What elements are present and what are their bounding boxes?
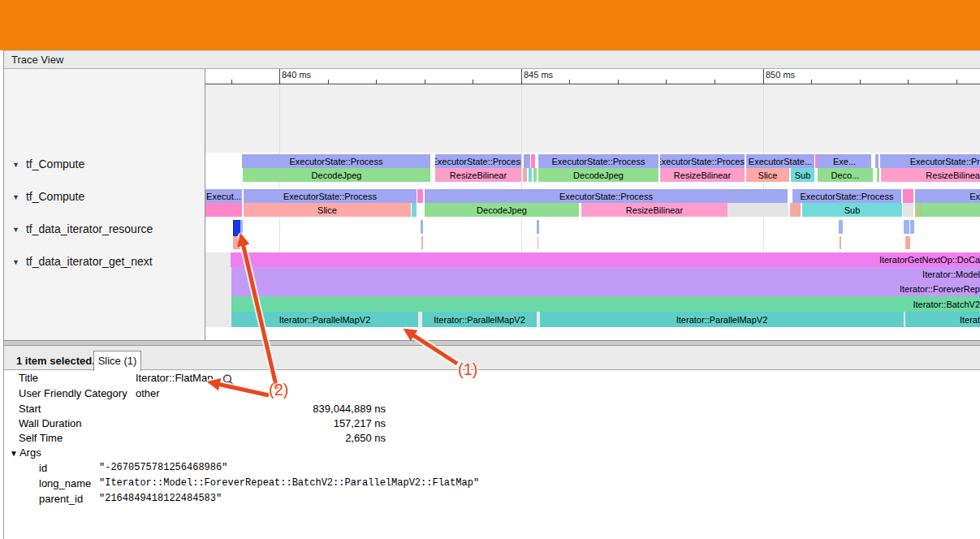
track-label-text: tf_data_iterator_get_next <box>26 255 153 268</box>
selection-status: 1 item selected. <box>16 355 95 367</box>
detail-label: Self Time <box>19 432 63 444</box>
trace-slice-ExecutorState::Process[interactable]: ExecutorState::Process <box>244 189 417 203</box>
slice-label: Exe... <box>833 157 856 166</box>
trace-slice-ExecutorState...[interactable]: ExecutorState... <box>746 154 814 168</box>
trace-slice[interactable] <box>875 154 879 168</box>
trace-slice[interactable] <box>421 220 423 234</box>
trace-slice[interactable] <box>531 154 535 168</box>
slice-label: IteratorGetNextOp::DoCa <box>879 255 980 265</box>
timeline-canvas[interactable]: ExecutorState::ProcessExecutorState::Pro… <box>205 69 980 340</box>
trace-slice-Iterat[interactable]: Iterat <box>905 312 980 327</box>
trace-slice-Iterator::Model[interactable]: Iterator::Model <box>231 267 980 282</box>
trace-slice-ExecutorState::Process[interactable]: ExecutorState::Process <box>660 154 745 168</box>
trace-slice[interactable] <box>412 203 417 217</box>
trace-slice-IteratorGetNextOp::DoCa[interactable]: IteratorGetNextOp::DoCa <box>231 252 980 267</box>
trace-slice-ExecutorState::Process[interactable]: ExecutorState::Process <box>538 154 658 168</box>
trace-slice-ExecutorState::Process[interactable]: ExecutorState::Process <box>425 189 788 203</box>
trace-slice[interactable] <box>421 236 423 249</box>
detail-row-Title: TitleIterator::FlatMap <box>4 372 491 386</box>
ruler-minor-tick <box>425 80 425 84</box>
arg-value: "-2670575781256468986" <box>99 462 227 473</box>
detail-label: Title <box>19 372 38 384</box>
trace-slice[interactable] <box>533 168 537 182</box>
collapse-triangle-icon[interactable]: ▼ <box>12 258 19 266</box>
trace-slice-ResizeBilinear[interactable]: ResizeBilinear <box>660 168 745 182</box>
trace-slice-Iterator::ParallelMapV2[interactable]: Iterator::ParallelMapV2 <box>540 312 904 327</box>
trace-slice[interactable] <box>524 154 530 168</box>
args-collapse-triangle-icon[interactable]: ▼ <box>10 449 18 458</box>
trace-slice[interactable] <box>233 236 241 249</box>
args-label: Args <box>19 446 41 459</box>
collapse-triangle-icon[interactable]: ▼ <box>12 226 19 234</box>
track-label-tf_Compute-1[interactable]: ▼tf_Compute <box>4 189 204 202</box>
trace-slice-ExecutorState::Pr[interactable]: ExecutorState::Pr <box>880 154 980 168</box>
trace-slice[interactable] <box>903 203 913 217</box>
timeline-track-row: DecodeJpegResizeBilinearDecodeJpegResize… <box>205 168 980 182</box>
trace-slice-Iterator::ForeverRep[interactable]: Iterator::ForeverRep <box>231 282 980 296</box>
trace-slice-ResizeBilinear[interactable]: ResizeBilinear <box>581 203 727 217</box>
trace-area: ▼tf_Compute▼tf_Compute▼tf_data_iterator_… <box>4 69 980 340</box>
trace-slice[interactable] <box>537 220 539 234</box>
ruler-minor-tick <box>376 80 377 84</box>
magnifier-icon[interactable] <box>222 373 235 387</box>
trace-slice-ExecutorState::Process[interactable]: ExecutorState::Process <box>435 154 521 168</box>
detail-row-User Friendly Category: User Friendly Categoryother <box>4 387 491 402</box>
arg-label: parent_id <box>39 493 83 505</box>
trace-slice-Exe...[interactable]: Exe... <box>818 154 871 168</box>
trace-slice[interactable] <box>240 220 243 234</box>
trace-slice[interactable] <box>922 203 980 217</box>
trace-slice[interactable] <box>910 220 914 234</box>
slice-label: ExecutorState::Process <box>552 157 645 166</box>
ruler-tick-label: 840 ms <box>282 70 311 80</box>
collapse-triangle-icon[interactable]: ▼ <box>12 193 19 201</box>
trace-slice-ExecutorState::Process[interactable]: ExecutorState::Process <box>242 154 430 168</box>
trace-slice-Sub[interactable]: Sub <box>791 168 814 182</box>
track-label-tf_data_iterator_resource-2[interactable]: ▼tf_data_iterator_resource <box>4 222 204 235</box>
slice-label: Iterator::Model <box>922 270 980 279</box>
slice-label: DecodeJpeg <box>312 170 362 180</box>
trace-slice-ResizeBilinear[interactable]: ResizeBilinear <box>435 168 521 182</box>
ruler-minor-tick <box>473 80 473 84</box>
track-background <box>205 84 980 153</box>
track-label-tf_data_iterator_get_next-3[interactable]: ▼tf_data_iterator_get_next <box>4 254 204 267</box>
trace-slice-Iterator::ParallelMapV2[interactable]: Iterator::ParallelMapV2 <box>231 312 418 327</box>
collapse-triangle-icon[interactable]: ▼ <box>12 161 19 169</box>
slice-label: Slice <box>758 170 778 180</box>
trace-slice[interactable] <box>727 203 788 217</box>
args-section-header[interactable]: ▼Args <box>10 446 41 459</box>
trace-slice-Slice[interactable]: Slice <box>746 168 789 182</box>
trace-slice[interactable] <box>905 236 910 249</box>
trace-slice-Deco...[interactable]: Deco... <box>818 168 873 182</box>
tab-slice[interactable]: Slice (1) <box>93 351 141 371</box>
trace-slice-ExecutorState::Process[interactable]: ExecutorState::Process <box>792 189 901 203</box>
trace-slice-DecodeJpeg[interactable]: DecodeJpeg <box>425 203 579 217</box>
trace-slice[interactable] <box>903 189 913 203</box>
trace-slice[interactable] <box>529 168 532 182</box>
trace-slice[interactable] <box>417 189 423 203</box>
trace-slice-Iterator::BatchV2[interactable]: Iterator::BatchV2 <box>231 296 980 312</box>
ruler-minor-tick <box>956 80 957 84</box>
trace-slice-Execut...[interactable]: Execut... <box>205 189 242 203</box>
trace-slice[interactable] <box>840 236 841 249</box>
trace-slice[interactable] <box>904 220 909 234</box>
trace-slice[interactable] <box>205 203 242 217</box>
slice-label: ExecutorState::Process <box>435 157 521 166</box>
trace-slice-DecodeJpeg[interactable]: DecodeJpeg <box>538 168 658 182</box>
horizontal-splitter[interactable] <box>4 340 980 346</box>
trace-slice[interactable] <box>877 168 879 182</box>
timeline-track-row: SliceDecodeJpegResizeBilinearSub <box>205 203 980 217</box>
trace-slice[interactable] <box>839 220 843 234</box>
trace-slice[interactable] <box>915 203 922 217</box>
slice-label: Iterat <box>960 315 980 325</box>
slice-label: ExecutorState::Pr <box>910 157 980 166</box>
trace-slice-Iterator::ParallelMapV2[interactable]: Iterator::ParallelMapV2 <box>422 312 537 327</box>
trace-slice-ResizeBilinea[interactable]: ResizeBilinea <box>881 168 980 182</box>
trace-slice[interactable] <box>537 236 538 249</box>
trace-slice-Slice[interactable]: Slice <box>244 203 411 217</box>
trace-slice[interactable] <box>523 168 527 182</box>
track-label-tf_Compute-0[interactable]: ▼tf_Compute <box>4 157 204 170</box>
trace-slice-Ex[interactable]: Ex <box>915 189 980 203</box>
trace-slice-Sub[interactable]: Sub <box>802 203 902 217</box>
trace-slice[interactable] <box>790 203 801 217</box>
trace-slice-DecodeJpeg[interactable]: DecodeJpeg <box>243 168 430 182</box>
